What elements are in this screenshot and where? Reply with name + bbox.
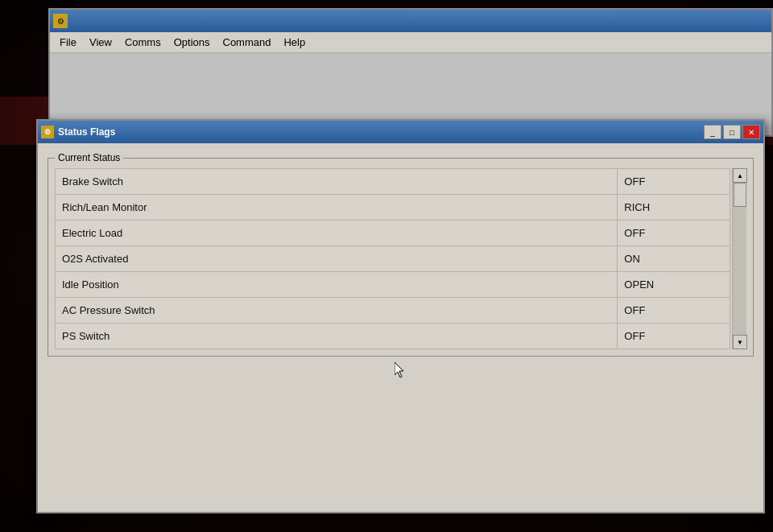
status-label: O2S Activated [56,246,618,272]
scroll-track [733,183,746,335]
status-value: RICH [618,195,730,221]
status-value: ON [618,246,730,272]
main-application-window: ⚙ File View Comms Options Command Help [48,8,773,137]
status-label: Electric Load [56,221,618,246]
scroll-up-button[interactable]: ▲ [733,168,747,183]
dialog-titlebar: ⚙ Status Flags _ □ ✕ [38,121,763,143]
status-label: PS Switch [56,324,618,349]
menu-help[interactable]: Help [277,34,312,51]
main-titlebar: ⚙ [50,10,771,32]
table-row: Idle PositionOPEN [56,272,730,298]
table-row: O2S ActivatedON [56,246,730,272]
dialog-title-buttons: _ □ ✕ [704,125,760,139]
status-label: AC Pressure Switch [56,298,618,324]
scroll-down-button[interactable]: ▼ [733,335,747,349]
minimize-button[interactable]: _ [704,125,721,139]
menu-options[interactable]: Options [167,34,217,51]
main-app-icon: ⚙ [53,14,68,28]
status-value: OFF [618,298,730,324]
menu-command[interactable]: Command [217,34,278,51]
menu-view[interactable]: View [83,34,118,51]
main-menubar: File View Comms Options Command Help [50,32,771,53]
status-value: OFF [618,324,730,349]
status-flags-dialog: ⚙ Status Flags _ □ ✕ Current Status Brak… [36,119,765,513]
table-row: PS SwitchOFF [56,324,730,349]
close-button[interactable]: ✕ [742,125,760,139]
dialog-content: Current Status Brake SwitchOFFRich/Lean … [38,143,763,366]
status-value: OFF [618,169,730,195]
status-value: OPEN [618,272,730,298]
table-row: AC Pressure SwitchOFF [56,298,730,324]
scroll-thumb[interactable] [734,183,746,207]
group-legend: Current Status [55,152,123,163]
dialog-title-left: ⚙ Status Flags [41,126,115,138]
scrollbar[interactable]: ▲ ▼ [732,168,746,349]
menu-comms[interactable]: Comms [118,34,167,51]
table-row: Brake SwitchOFF [56,169,730,195]
maximize-button[interactable]: □ [723,125,741,139]
menu-file[interactable]: File [53,34,83,51]
status-label: Brake Switch [56,169,618,195]
status-label: Idle Position [56,272,618,298]
status-value: OFF [618,221,730,246]
status-label: Rich/Lean Monitor [56,195,618,221]
dialog-icon: ⚙ [41,126,54,138]
table-container: Brake SwitchOFFRich/Lean MonitorRICHElec… [55,168,746,349]
table-row: Electric LoadOFF [56,221,730,246]
status-table: Brake SwitchOFFRich/Lean MonitorRICHElec… [55,168,730,349]
current-status-group: Current Status Brake SwitchOFFRich/Lean … [48,158,754,357]
dialog-title-text: Status Flags [58,126,115,138]
table-row: Rich/Lean MonitorRICH [56,195,730,221]
